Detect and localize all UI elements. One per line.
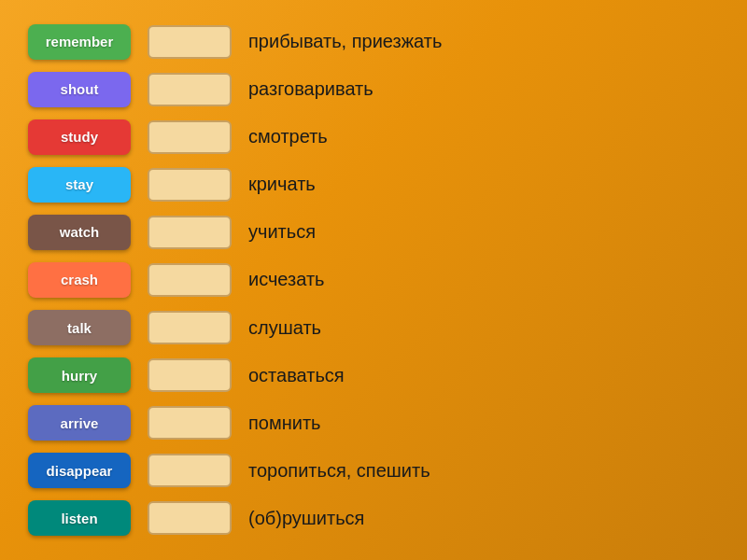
row-crash: crashисчезать	[28, 258, 719, 302]
russian-text-stay: кричать	[248, 174, 316, 195]
row-stay: stayкричать	[28, 162, 719, 207]
row-shout: shoutразговаривать	[28, 67, 719, 112]
row-study: studyсмотреть	[28, 115, 719, 160]
word-button-study[interactable]: study	[28, 119, 131, 155]
word-button-remember[interactable]: remember	[28, 24, 131, 60]
word-button-disappear[interactable]: disappear	[28, 453, 131, 488]
word-button-crash[interactable]: crash	[28, 262, 131, 298]
row-disappear: disappearторопиться, спешить	[28, 448, 719, 493]
russian-text-watch: учиться	[248, 221, 316, 243]
answer-box-study	[148, 120, 232, 154]
word-button-stay[interactable]: stay	[28, 167, 131, 203]
row-talk: talkслушать	[28, 305, 719, 350]
word-button-hurry[interactable]: hurry	[28, 357, 131, 393]
row-arrive: arriveпомнить	[28, 400, 719, 445]
main-container: rememberприбывать, приезжатьshoutразгова…	[19, 12, 728, 549]
row-watch: watchучиться	[28, 210, 719, 255]
answer-box-hurry	[148, 358, 232, 392]
answer-box-shout	[148, 73, 232, 106]
russian-text-hurry: оставаться	[248, 365, 345, 386]
word-button-talk[interactable]: talk	[28, 310, 131, 345]
row-hurry: hurryоставаться	[28, 353, 719, 398]
word-button-listen[interactable]: listen	[28, 500, 131, 536]
russian-text-arrive: помнить	[248, 413, 321, 434]
answer-box-talk	[148, 311, 232, 344]
russian-text-disappear: торопиться, спешить	[248, 460, 430, 482]
answer-box-listen	[148, 501, 232, 535]
russian-text-remember: прибывать, приезжать	[248, 31, 442, 52]
russian-text-shout: разговаривать	[248, 78, 374, 100]
answer-box-stay	[148, 168, 232, 202]
word-button-arrive[interactable]: arrive	[28, 405, 131, 441]
answer-box-watch	[148, 216, 232, 249]
row-listen: listen(об)рушиться	[28, 496, 719, 540]
answer-box-remember	[148, 25, 232, 59]
russian-text-crash: исчезать	[248, 269, 324, 290]
russian-text-study: смотреть	[248, 126, 328, 147]
word-button-watch[interactable]: watch	[28, 215, 131, 250]
russian-text-talk: слушать	[248, 317, 321, 339]
answer-box-arrive	[148, 406, 232, 440]
answer-box-disappear	[148, 454, 232, 487]
answer-box-crash	[148, 263, 232, 297]
russian-text-listen: (об)рушиться	[248, 508, 364, 529]
row-remember: rememberприбывать, приезжать	[28, 20, 719, 64]
word-button-shout[interactable]: shout	[28, 72, 131, 107]
